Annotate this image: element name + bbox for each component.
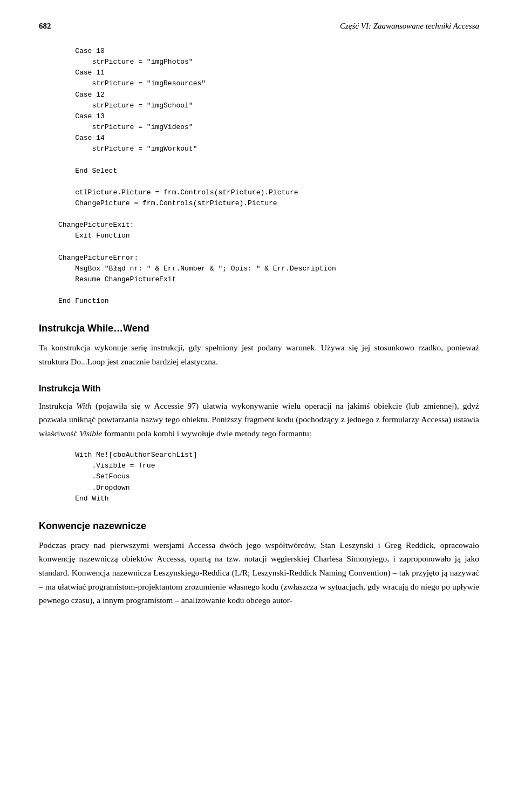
with-text-before: Instrukcja xyxy=(39,401,76,410)
with-italic-1: With xyxy=(76,401,91,410)
konwencje-paragraph: Podczas pracy nad pierwszymi wersjami Ac… xyxy=(39,538,479,607)
section-heading-with: Instrukcja With xyxy=(39,384,479,394)
while-text: Ta konstrukcja wykonuje serię instrukcji… xyxy=(39,343,479,366)
code-block-with: With Me![cboAuthorSearchList] .Visible =… xyxy=(58,450,479,504)
while-paragraph: Ta konstrukcja wykonuje serię instrukcji… xyxy=(39,341,479,368)
with-paragraph: Instrukcja With (pojawiła się w Accessie… xyxy=(39,399,479,441)
with-text-end: formantu pola kombi i wywołuje dwie meto… xyxy=(102,429,311,438)
page-header: 682 Część VI: Zaawansowane techniki Acce… xyxy=(39,22,479,31)
code-block-main: Case 10 strPicture = "imgPhotos" Case 11… xyxy=(58,46,479,307)
section-heading-konwencje: Konwencje nazewnicze xyxy=(39,520,479,532)
page: 682 Część VI: Zaawansowane techniki Acce… xyxy=(0,0,518,812)
page-title: Część VI: Zaawansowane techniki Accessa xyxy=(340,22,479,31)
page-number: 682 xyxy=(39,22,51,31)
section-heading-while: Instrukcja While…Wend xyxy=(39,323,479,334)
with-italic-2: Visible xyxy=(79,429,102,438)
